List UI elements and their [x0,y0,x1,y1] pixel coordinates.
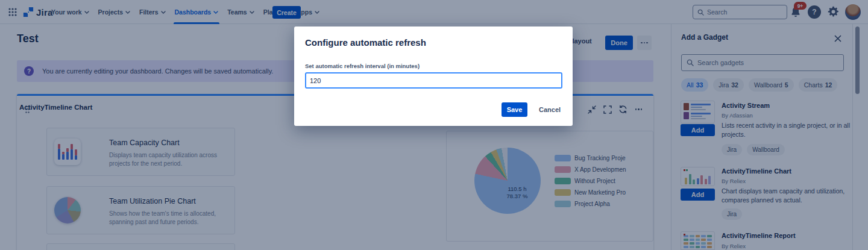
save-button[interactable]: Save [502,102,527,117]
jira-dashboard-page: Jira Your work Projects Filters Dashboar… [0,0,868,250]
refresh-interval-input[interactable] [305,72,562,89]
refresh-interval-label: Set automatic refresh interval (in minut… [305,63,420,69]
configure-refresh-modal: Configure automatic refresh Set automati… [294,27,573,126]
cancel-button[interactable]: Cancel [533,102,567,117]
modal-title: Configure automatic refresh [305,37,426,48]
